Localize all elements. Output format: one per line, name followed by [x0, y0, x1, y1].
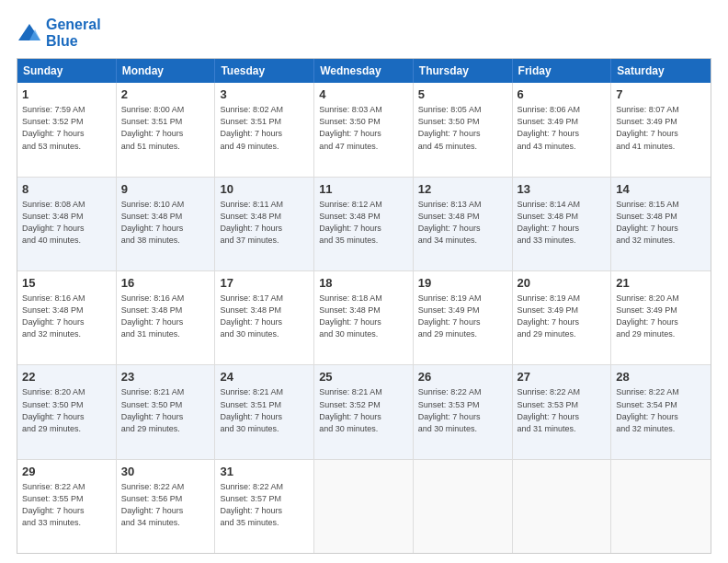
- calendar-cell: 13Sunrise: 8:14 AMSunset: 3:48 PMDayligh…: [513, 178, 612, 270]
- day-number: 16: [121, 275, 210, 292]
- calendar-row: 22Sunrise: 8:20 AMSunset: 3:50 PMDayligh…: [17, 364, 711, 458]
- calendar-row: 8Sunrise: 8:08 AMSunset: 3:48 PMDaylight…: [17, 177, 711, 270]
- day-number: 10: [220, 181, 309, 198]
- calendar-cell: 19Sunrise: 8:19 AMSunset: 3:49 PMDayligh…: [414, 271, 513, 364]
- day-number: 1: [22, 86, 111, 103]
- day-number: 27: [518, 369, 607, 385]
- cell-info: Sunrise: 8:22 AMSunset: 3:57 PMDaylight:…: [220, 481, 309, 529]
- day-number: 8: [22, 181, 111, 198]
- calendar-cell: 22Sunrise: 8:20 AMSunset: 3:50 PMDayligh…: [17, 365, 117, 458]
- calendar-cell: 18Sunrise: 8:18 AMSunset: 3:48 PMDayligh…: [314, 271, 414, 364]
- cell-info: Sunrise: 8:10 AMSunset: 3:48 PMDaylight:…: [121, 199, 210, 247]
- cell-info: Sunrise: 8:15 AMSunset: 3:48 PMDaylight:…: [616, 199, 706, 247]
- cell-info: Sunrise: 8:21 AMSunset: 3:52 PMDaylight:…: [319, 386, 408, 434]
- calendar-cell: 4Sunrise: 8:03 AMSunset: 3:50 PMDaylight…: [314, 83, 414, 176]
- calendar-cell: 14Sunrise: 8:15 AMSunset: 3:48 PMDayligh…: [611, 178, 711, 270]
- calendar-cell: 7Sunrise: 8:07 AMSunset: 3:49 PMDaylight…: [611, 83, 711, 176]
- day-number: 14: [616, 181, 706, 198]
- calendar-row: 15Sunrise: 8:16 AMSunset: 3:48 PMDayligh…: [17, 270, 711, 364]
- calendar-cell: 21Sunrise: 8:20 AMSunset: 3:49 PMDayligh…: [611, 271, 711, 364]
- cell-info: Sunrise: 8:17 AMSunset: 3:48 PMDaylight:…: [220, 293, 309, 340]
- cell-info: Sunrise: 8:19 AMSunset: 3:49 PMDaylight:…: [518, 293, 607, 340]
- calendar-header: Sunday Monday Tuesday Wednesday Thursday…: [17, 59, 711, 83]
- cell-info: Sunrise: 8:22 AMSunset: 3:54 PMDaylight:…: [616, 386, 706, 434]
- logo-text: General Blue: [46, 17, 101, 49]
- cell-info: Sunrise: 8:20 AMSunset: 3:50 PMDaylight:…: [22, 386, 111, 434]
- day-number: 4: [319, 86, 408, 103]
- calendar-cell: 2Sunrise: 8:00 AMSunset: 3:51 PMDaylight…: [117, 83, 216, 176]
- header-thursday: Thursday: [414, 59, 513, 83]
- header: General Blue: [17, 17, 711, 49]
- calendar-body: 1Sunrise: 7:59 AMSunset: 3:52 PMDaylight…: [17, 83, 711, 553]
- calendar-cell: 5Sunrise: 8:05 AMSunset: 3:50 PMDaylight…: [414, 83, 513, 176]
- cell-info: Sunrise: 8:18 AMSunset: 3:48 PMDaylight:…: [319, 293, 408, 340]
- header-saturday: Saturday: [611, 59, 711, 83]
- calendar-cell: 28Sunrise: 8:22 AMSunset: 3:54 PMDayligh…: [611, 365, 711, 458]
- day-number: 31: [220, 464, 309, 480]
- empty-cell: [414, 460, 513, 553]
- empty-cell: [611, 460, 711, 553]
- cell-info: Sunrise: 8:20 AMSunset: 3:49 PMDaylight:…: [616, 293, 706, 340]
- calendar-cell: 15Sunrise: 8:16 AMSunset: 3:48 PMDayligh…: [17, 271, 117, 364]
- day-number: 11: [319, 181, 408, 198]
- day-number: 19: [418, 275, 507, 292]
- cell-info: Sunrise: 8:21 AMSunset: 3:51 PMDaylight:…: [220, 386, 309, 434]
- logo: General Blue: [17, 17, 101, 49]
- day-number: 5: [418, 86, 507, 103]
- day-number: 17: [220, 275, 309, 292]
- calendar-cell: 31Sunrise: 8:22 AMSunset: 3:57 PMDayligh…: [215, 460, 314, 553]
- cell-info: Sunrise: 8:14 AMSunset: 3:48 PMDaylight:…: [518, 199, 607, 247]
- day-number: 2: [121, 86, 210, 103]
- cell-info: Sunrise: 8:22 AMSunset: 3:56 PMDaylight:…: [121, 481, 210, 529]
- day-number: 7: [616, 86, 706, 103]
- calendar-cell: 26Sunrise: 8:22 AMSunset: 3:53 PMDayligh…: [414, 365, 513, 458]
- day-number: 22: [22, 369, 111, 385]
- calendar-cell: 17Sunrise: 8:17 AMSunset: 3:48 PMDayligh…: [215, 271, 314, 364]
- day-number: 24: [220, 369, 309, 385]
- cell-info: Sunrise: 8:05 AMSunset: 3:50 PMDaylight:…: [418, 104, 507, 152]
- calendar-cell: 9Sunrise: 8:10 AMSunset: 3:48 PMDaylight…: [117, 178, 216, 270]
- day-number: 15: [22, 275, 111, 292]
- cell-info: Sunrise: 8:19 AMSunset: 3:49 PMDaylight:…: [418, 293, 507, 340]
- calendar-cell: 12Sunrise: 8:13 AMSunset: 3:48 PMDayligh…: [414, 178, 513, 270]
- header-friday: Friday: [513, 59, 612, 83]
- calendar-cell: 6Sunrise: 8:06 AMSunset: 3:49 PMDaylight…: [513, 83, 612, 176]
- calendar-cell: 8Sunrise: 8:08 AMSunset: 3:48 PMDaylight…: [17, 178, 117, 270]
- cell-info: Sunrise: 8:13 AMSunset: 3:48 PMDaylight:…: [418, 199, 507, 247]
- cell-info: Sunrise: 8:00 AMSunset: 3:51 PMDaylight:…: [121, 104, 210, 152]
- header-tuesday: Tuesday: [215, 59, 314, 83]
- day-number: 30: [121, 464, 210, 480]
- day-number: 6: [518, 86, 607, 103]
- calendar-cell: 27Sunrise: 8:22 AMSunset: 3:53 PMDayligh…: [513, 365, 612, 458]
- empty-cell: [513, 460, 612, 553]
- cell-info: Sunrise: 8:02 AMSunset: 3:51 PMDaylight:…: [220, 104, 309, 152]
- cell-info: Sunrise: 8:16 AMSunset: 3:48 PMDaylight:…: [22, 293, 111, 340]
- calendar-cell: 20Sunrise: 8:19 AMSunset: 3:49 PMDayligh…: [513, 271, 612, 364]
- calendar-row: 29Sunrise: 8:22 AMSunset: 3:55 PMDayligh…: [17, 459, 711, 553]
- day-number: 25: [319, 369, 408, 385]
- calendar-cell: 10Sunrise: 8:11 AMSunset: 3:48 PMDayligh…: [215, 178, 314, 270]
- calendar-cell: 29Sunrise: 8:22 AMSunset: 3:55 PMDayligh…: [17, 460, 117, 553]
- page: General Blue Sunday Monday Tuesday Wedne…: [0, 0, 728, 563]
- calendar-cell: 3Sunrise: 8:02 AMSunset: 3:51 PMDaylight…: [215, 83, 314, 176]
- logo-icon: [17, 20, 42, 46]
- cell-info: Sunrise: 8:22 AMSunset: 3:55 PMDaylight:…: [22, 481, 111, 529]
- calendar-cell: 25Sunrise: 8:21 AMSunset: 3:52 PMDayligh…: [314, 365, 414, 458]
- cell-info: Sunrise: 8:08 AMSunset: 3:48 PMDaylight:…: [22, 199, 111, 247]
- cell-info: Sunrise: 8:07 AMSunset: 3:49 PMDaylight:…: [616, 104, 706, 152]
- day-number: 12: [418, 181, 507, 198]
- cell-info: Sunrise: 8:22 AMSunset: 3:53 PMDaylight:…: [518, 386, 607, 434]
- calendar: Sunday Monday Tuesday Wednesday Thursday…: [17, 58, 711, 554]
- calendar-row: 1Sunrise: 7:59 AMSunset: 3:52 PMDaylight…: [17, 83, 711, 176]
- header-sunday: Sunday: [17, 59, 117, 83]
- day-number: 13: [518, 181, 607, 198]
- day-number: 9: [121, 181, 210, 198]
- cell-info: Sunrise: 8:03 AMSunset: 3:50 PMDaylight:…: [319, 104, 408, 152]
- header-monday: Monday: [117, 59, 216, 83]
- calendar-cell: 1Sunrise: 7:59 AMSunset: 3:52 PMDaylight…: [17, 83, 117, 176]
- calendar-cell: 30Sunrise: 8:22 AMSunset: 3:56 PMDayligh…: [117, 460, 216, 553]
- day-number: 29: [22, 464, 111, 480]
- empty-cell: [314, 460, 414, 553]
- cell-info: Sunrise: 8:06 AMSunset: 3:49 PMDaylight:…: [518, 104, 607, 152]
- calendar-cell: 11Sunrise: 8:12 AMSunset: 3:48 PMDayligh…: [314, 178, 414, 270]
